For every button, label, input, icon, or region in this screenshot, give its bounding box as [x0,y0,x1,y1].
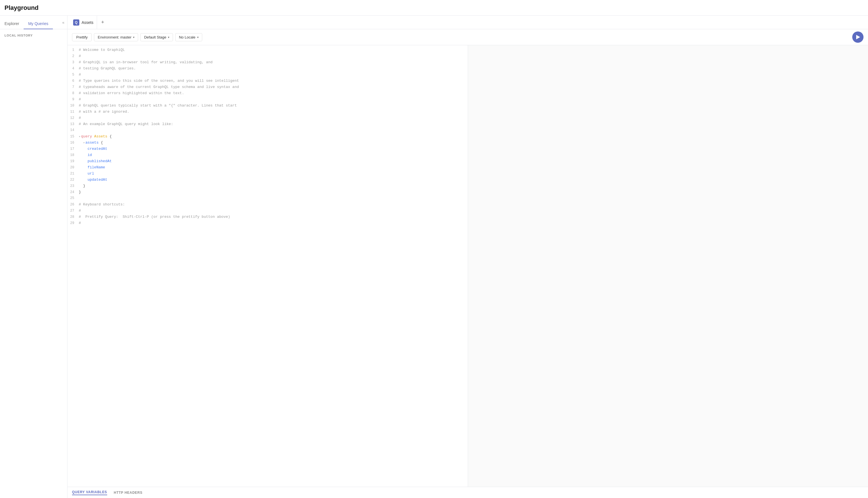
line-content: url [79,171,468,176]
line-number: 2 [67,54,79,58]
line-content: # typeaheads aware of the current GraphQ… [79,85,468,89]
line-number: 8 [67,91,79,95]
code-line: 8# validation errors highlighted within … [67,91,468,97]
line-number: 15 [67,135,79,139]
line-content: # [79,209,468,213]
main-layout: Explorer My Queries « LOCAL HISTORY Q As… [0,16,868,498]
code-line: 20 fileName [67,165,468,171]
line-number: 7 [67,85,79,89]
line-number: 11 [67,110,79,114]
code-editor[interactable]: 1# Welcome to GraphiQL2#3# GraphiQL is a… [67,45,468,487]
line-content: ▾assets { [79,141,468,145]
line-number: 3 [67,61,79,64]
code-line: 3# GraphiQL is an in-browser tool for wr… [67,60,468,66]
sidebar-tabs: Explorer My Queries « [0,16,67,29]
line-content: # [79,54,468,58]
line-content: # Type queries into this side of the scr… [79,79,468,83]
code-line: 10# GraphQL queries typically start with… [67,103,468,109]
line-number: 6 [67,79,79,83]
line-content: # [79,116,468,120]
line-content: # with a # are ignored. [79,109,468,114]
add-tab-button[interactable]: + [98,18,107,27]
sidebar: Explorer My Queries « LOCAL HISTORY [0,16,67,498]
line-number: 4 [67,67,79,70]
line-number: 22 [67,178,79,182]
line-number: 29 [67,221,79,225]
line-content: updatedAt [79,178,468,182]
line-content: # Keyboard shortcuts: [79,202,468,207]
line-number: 13 [67,122,79,126]
page-title: Playground [4,4,39,12]
tab-assets[interactable]: Q Assets [70,16,97,29]
line-content: # validation errors highlighted within t… [79,91,468,95]
line-number: 26 [67,202,79,207]
stage-arrow: ▾ [168,36,169,39]
code-line: 14 [67,128,468,134]
run-button[interactable] [852,31,864,43]
tab-label-assets: Assets [81,20,93,25]
line-number: 5 [67,73,79,77]
line-number: 10 [67,104,79,108]
line-content: # [79,73,468,77]
code-line: 2# [67,54,468,60]
code-line: 17 createdAt [67,146,468,153]
code-line: 21 url [67,171,468,177]
line-number: 14 [67,128,79,132]
editor-container: 1# Welcome to GraphiQL2#3# GraphiQL is a… [67,45,868,487]
code-line: 27# [67,208,468,214]
line-content: # An example GraphQL query might look li… [79,122,468,126]
code-line: 25 [67,196,468,202]
sidebar-tab-my-queries[interactable]: My Queries [24,18,53,29]
code-line: 23 } [67,184,468,190]
locale-label: No Locale [179,35,195,39]
content-area: Q Assets + Prettify Environment: master … [67,16,868,498]
code-line: 26# Keyboard shortcuts: [67,202,468,208]
line-content: } [79,184,468,188]
bottom-tab-query-variables[interactable]: QUERY VARIABLES [72,490,107,495]
line-content: # [79,221,468,225]
code-line: 7# typeaheads aware of the current Graph… [67,84,468,91]
sidebar-tab-explorer[interactable]: Explorer [0,18,24,29]
environment-arrow: ▾ [133,36,135,39]
stage-label: Default Stage [144,35,166,39]
tab-icon-assets: Q [73,19,79,26]
line-content: } [79,190,468,194]
line-number: 23 [67,184,79,188]
line-content: id [79,153,468,157]
line-number: 12 [67,116,79,120]
line-number: 28 [67,215,79,219]
line-number: 19 [67,159,79,163]
prettify-button[interactable]: Prettify [72,33,92,41]
line-number: 24 [67,190,79,194]
run-icon [856,35,860,39]
line-number: 9 [67,97,79,102]
line-number: 25 [67,196,79,200]
line-number: 16 [67,141,79,145]
code-line: 19 publishedAt [67,159,468,165]
code-line: 11# with a # are ignored. [67,109,468,116]
line-number: 27 [67,209,79,213]
header: Playground [0,0,868,16]
stage-dropdown[interactable]: Default Stage ▾ [140,33,173,41]
code-line: 15▾query Assets { [67,134,468,140]
locale-dropdown[interactable]: No Locale ▾ [175,33,202,41]
environment-dropdown[interactable]: Environment: master ▾ [94,33,138,41]
code-line: 5# [67,72,468,78]
line-content: # testing GraphQL queries. [79,66,468,70]
code-line: 22 updatedAt [67,177,468,184]
code-line: 9# [67,97,468,103]
code-line: 4# testing GraphQL queries. [67,66,468,72]
line-content: fileName [79,165,468,169]
result-panel [468,45,868,487]
code-line: 16 ▾assets { [67,140,468,146]
bottom-tab-http-headers[interactable]: HTTP HEADERS [114,491,143,495]
line-content: # Prettify Query: Shift-Ctrl-P (or press… [79,215,468,219]
code-line: 18 id [67,153,468,159]
sidebar-collapse-button[interactable]: « [59,20,67,25]
line-content: # GraphQL queries typically start with a… [79,103,468,108]
line-content: # Welcome to GraphiQL [79,48,468,52]
locale-arrow: ▾ [197,36,199,39]
environment-label: Environment: master [98,35,131,39]
line-content: # GraphiQL is an in-browser tool for wri… [79,60,468,64]
line-number: 21 [67,172,79,176]
